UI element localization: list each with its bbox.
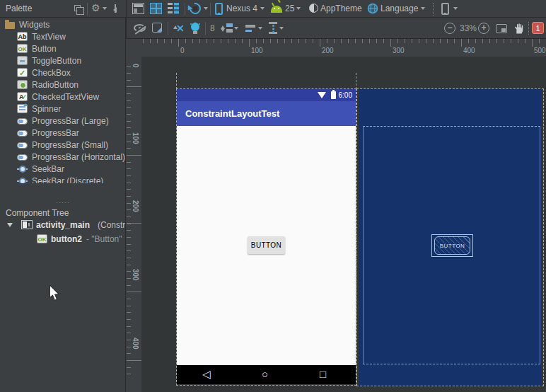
palette-item-label: RadioButton: [32, 80, 79, 90]
pack-icon[interactable]: [221, 23, 233, 34]
tree-node-name: button2: [51, 234, 82, 244]
theme-selector[interactable]: AppTheme: [320, 4, 362, 13]
palette-item-spinner[interactable]: Spinner: [0, 103, 126, 115]
device-icon[interactable]: [215, 3, 223, 15]
blueprint-button-widget[interactable]: BUTTON: [434, 236, 470, 255]
align-icon[interactable]: [245, 23, 257, 33]
view-options-eye-icon[interactable]: [134, 24, 146, 32]
palette-item-label: TextView: [32, 32, 66, 42]
palette-item-button[interactable]: Button: [0, 42, 126, 54]
tree-row-button2[interactable]: button2 - "Button": [0, 232, 126, 246]
gear-icon[interactable]: ⚙: [91, 3, 100, 13]
palette-item-checkedtextview[interactable]: CheckedTextView: [0, 91, 126, 103]
chevron-down-icon[interactable]: [103, 7, 107, 12]
navigation-bar: ◁ ○ □: [177, 365, 356, 384]
tree-expand-icon[interactable]: [7, 223, 13, 230]
chevron-down-icon[interactable]: [421, 7, 425, 12]
globe-icon[interactable]: [367, 3, 378, 14]
device-selector[interactable]: Nexus 4: [226, 4, 257, 13]
language-selector[interactable]: Language: [381, 4, 418, 13]
palette-item-textview[interactable]: TextView: [0, 30, 126, 42]
app-bar-title: ConstraintLayoutTest: [177, 101, 356, 126]
layout-content[interactable]: BUTTON: [177, 126, 356, 365]
chevron-down-icon[interactable]: [204, 7, 208, 12]
palette-item-label: Spinner: [32, 104, 61, 114]
palette-item-progressbar[interactable]: ProgressBar: [0, 127, 126, 139]
error-count-badge[interactable]: 1: [532, 22, 544, 34]
zoom-to-fit-icon[interactable]: [496, 24, 507, 33]
chevron-down-icon[interactable]: [258, 27, 262, 32]
divider: [205, 22, 206, 35]
design-attributes-icon[interactable]: [152, 23, 162, 33]
ruler-vertical: 0100200300400: [127, 57, 141, 392]
constraintlayout-icon: [21, 220, 33, 229]
chevron-down-icon[interactable]: [234, 27, 238, 32]
chevron-down-icon[interactable]: [279, 27, 284, 32]
panel-splitter[interactable]: ·····: [0, 200, 126, 206]
folder-icon: [5, 22, 15, 29]
chevron-down-icon[interactable]: [453, 7, 458, 12]
palette-item-label: ProgressBar (Large): [32, 116, 109, 126]
palette-group-widgets[interactable]: Widgets: [0, 18, 126, 30]
progress-icon: [17, 142, 28, 149]
pan-hand-icon[interactable]: [513, 22, 525, 35]
android-icon[interactable]: [271, 6, 282, 13]
progress-icon: [17, 154, 28, 161]
guidelines-icon[interactable]: [269, 22, 277, 34]
blueprint-view-icon[interactable]: [150, 3, 162, 14]
checkedtext-icon: [17, 92, 28, 101]
palette-item-label: Button: [32, 44, 57, 54]
textview-icon: [17, 32, 28, 41]
blueprint-button-selection[interactable]: BUTTON: [431, 234, 473, 257]
battery-icon: [331, 91, 336, 99]
palette-item-label: ProgressBar (Small): [32, 140, 108, 150]
blueprint-canvas[interactable]: BUTTON: [359, 89, 542, 386]
divider: [210, 3, 211, 16]
tree-node-suffix: (ConstraintLayout): [98, 220, 126, 230]
palette-item-progressbar-large[interactable]: ProgressBar (Large): [0, 115, 126, 127]
zoom-in-button[interactable]: +: [478, 23, 489, 34]
orientation-icon[interactable]: [187, 1, 203, 16]
design-surface[interactable]: 0100200300400500 0100200300400 6:00 Cons…: [127, 39, 546, 392]
theme-icon[interactable]: [309, 4, 318, 13]
chevron-down-icon[interactable]: [260, 7, 265, 12]
palette-header: Palette ⚙: [0, 0, 126, 18]
selection-guide: [356, 73, 356, 89]
palette-item-checkbox[interactable]: CheckBox: [0, 67, 126, 79]
divider: [168, 22, 168, 35]
ruler-horizontal: 0100200300400500: [127, 39, 546, 57]
zoom-out-button[interactable]: −: [444, 23, 455, 34]
palette-item-label: SeekBar (Discrete): [32, 176, 103, 184]
both-views-icon[interactable]: [168, 3, 180, 14]
palette-item-seekbar-discrete[interactable]: SeekBar (Discrete): [0, 175, 126, 183]
status-bar: 6:00: [177, 89, 356, 101]
palette-item-progressbar-horizontal[interactable]: ProgressBar (Horizontal): [0, 151, 126, 163]
virtual-device-icon[interactable]: [441, 3, 449, 15]
chevron-down-icon[interactable]: [296, 7, 301, 12]
design-view-icon[interactable]: [132, 3, 144, 14]
api-level-selector[interactable]: 25: [285, 4, 294, 13]
tree-row-activity-main[interactable]: activity_main (ConstraintLayout): [0, 218, 126, 232]
clear-constraints-icon[interactable]: [173, 23, 185, 34]
mouse-cursor: [47, 284, 62, 301]
default-margin-value[interactable]: 8: [210, 23, 215, 33]
palette-item-label: ProgressBar (Horizontal): [32, 152, 125, 162]
palette-item-label: CheckBox: [32, 68, 71, 78]
palette-item-label: CheckedTextView: [32, 92, 99, 102]
left-panel: Widgets TextViewButtonToggleButtonCheckB…: [0, 18, 126, 392]
divider: [433, 3, 434, 16]
infer-constraints-icon[interactable]: [191, 23, 199, 31]
collapse-panel-icon[interactable]: [110, 4, 119, 13]
checkbox-icon: [17, 68, 28, 77]
palette-item-progressbar-small[interactable]: ProgressBar (Small): [0, 139, 126, 151]
palette-item-togglebutton[interactable]: ToggleButton: [0, 54, 126, 67]
device-canvas[interactable]: 6:00 ConstraintLayoutTest BUTTON ◁ ○ □: [177, 89, 356, 384]
palette-list: Widgets TextViewButtonToggleButtonCheckB…: [0, 18, 126, 183]
palette-item-seekbar[interactable]: SeekBar: [0, 163, 126, 175]
progress-icon: [17, 130, 28, 137]
radio-icon: [17, 80, 28, 89]
design-button-widget[interactable]: BUTTON: [248, 236, 285, 254]
copy-icon[interactable]: [74, 5, 81, 11]
status-time: 6:00: [339, 91, 352, 99]
palette-item-radiobutton[interactable]: RadioButton: [0, 79, 126, 91]
